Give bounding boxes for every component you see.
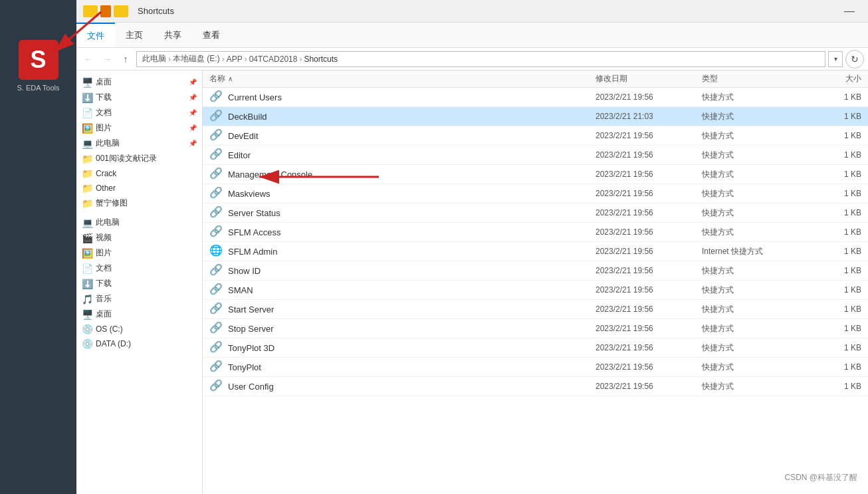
- sidebar-item-pic2[interactable]: 🖼️ 图片: [76, 245, 202, 261]
- file-row-stop-server[interactable]: 🔗 Stop Server 2023/2/21 19:56 快捷方式 1 KB: [203, 319, 868, 338]
- xiening-folder-icon: 📁: [82, 198, 93, 209]
- mgmt-console-icon: 🔗: [209, 167, 224, 182]
- explorer-window: Shortcuts — 文件 主页 共享 查看 ← → ↑ 此电脑 › 本地磁盘…: [76, 0, 868, 494]
- ribbon-tab-view[interactable]: 查看: [192, 23, 231, 47]
- sidebar-item-other[interactable]: 📁 Other: [76, 181, 202, 195]
- file-row-mgmt-console[interactable]: 🔗 Management Console 2023/2/21 19:56 快捷方…: [203, 165, 868, 184]
- show-id-icon: 🔗: [209, 263, 224, 278]
- file-row-devedit[interactable]: 🔗 DevEdit 2023/2/21 19:56 快捷方式 1 KB: [203, 126, 868, 146]
- col-header-date[interactable]: 修改日期: [596, 73, 702, 84]
- other-folder-icon: 📁: [82, 183, 93, 193]
- sidebar-item-download1[interactable]: ⬇️ 下载 📌: [76, 90, 202, 105]
- deckbuild-icon: 🔗: [209, 109, 224, 124]
- sidebar-item-desktop2[interactable]: 🖥️ 桌面: [76, 307, 202, 322]
- video-icon: 🎬: [82, 233, 93, 243]
- ribbon: 文件 主页 共享 查看: [76, 23, 868, 48]
- sidebar-item-datadrive[interactable]: 💿 DATA (D:): [76, 336, 202, 351]
- sidebar-item-folder001[interactable]: 📁 001阅读文献记录: [76, 151, 202, 166]
- ribbon-tab-home[interactable]: 主页: [115, 23, 154, 47]
- path-drive: 本地磁盘 (E:): [173, 53, 220, 64]
- path-computer: 此电脑: [142, 53, 166, 64]
- sidebar-item-download2[interactable]: ⬇️ 下载: [76, 276, 202, 291]
- tree-sidebar: 🖥️ 桌面 📌 ⬇️ 下载 📌 📄 文档 📌 🖼️ 图片 📌 💻: [76, 70, 203, 494]
- sidebar-item-mycomp2[interactable]: 💻 此电脑: [76, 215, 202, 230]
- file-list: 名称 ∧ 修改日期 类型 大小 🔗 Current Users 2023/2/2…: [203, 70, 868, 494]
- sidebar-item-xiening[interactable]: 📁 蟹宁修图: [76, 195, 202, 211]
- file-row-sflm-access[interactable]: 🔗 SFLM Access 2023/2/21 19:56 快捷方式 1 KB: [203, 223, 868, 242]
- col-header-size[interactable]: 大小: [808, 73, 861, 84]
- desktop-icon: 🖥️: [82, 77, 93, 88]
- file-row-current-users[interactable]: 🔗 Current Users 2023/2/21 19:56 快捷方式 1 K…: [203, 88, 868, 107]
- pic2-icon: 🖼️: [82, 248, 93, 259]
- folder001-icon: 📁: [82, 154, 93, 164]
- sidebar-item-crack[interactable]: 📁 Crack: [76, 166, 202, 181]
- maskviews-icon: 🔗: [209, 186, 224, 201]
- sidebar-item-desktop1[interactable]: 🖥️ 桌面 📌: [76, 74, 202, 90]
- download2-icon: ⬇️: [82, 279, 93, 289]
- file-row-start-server[interactable]: 🔗 Start Server 2023/2/21 19:56 快捷方式 1 KB: [203, 300, 868, 319]
- file-row-editor[interactable]: 🔗 Editor 2023/2/21 19:56 快捷方式 1 KB: [203, 146, 868, 165]
- up-button[interactable]: ↑: [118, 51, 134, 67]
- address-dropdown-button[interactable]: ▾: [828, 51, 843, 67]
- col-header-type[interactable]: 类型: [702, 73, 808, 84]
- doc-icon: 📄: [82, 108, 93, 118]
- content-area: 🖥️ 桌面 📌 ⬇️ 下载 📌 📄 文档 📌 🖼️ 图片 📌 💻: [76, 70, 868, 494]
- sidebar-item-video[interactable]: 🎬 视频: [76, 230, 202, 245]
- pic-icon: 🖼️: [82, 123, 93, 134]
- file-row-user-config[interactable]: 🔗 User Config 2023/2/21 19:56 快捷方式 1 KB: [203, 377, 868, 396]
- back-button[interactable]: ←: [80, 51, 96, 67]
- pin-icon: [100, 5, 111, 17]
- current-users-icon: 🔗: [209, 90, 224, 104]
- file-row-tonyplot[interactable]: 🔗 TonyPlot 2023/2/21 19:56 快捷方式 1 KB: [203, 358, 868, 377]
- refresh-button[interactable]: ↻: [845, 50, 864, 68]
- sidebar-item-doc2[interactable]: 📄 文档: [76, 261, 202, 276]
- path-tcad: 04TCAD2018: [249, 55, 298, 64]
- sidebar-item-music[interactable]: 🎵 音乐: [76, 291, 202, 307]
- start-server-icon: 🔗: [209, 302, 224, 316]
- sidebar-item-osdrive[interactable]: 💿 OS (C:): [76, 322, 202, 336]
- watermark: CSDN @科基没了醒: [784, 472, 857, 483]
- osdrive-icon: 💿: [82, 324, 93, 334]
- file-row-server-status[interactable]: 🔗 Server Status 2023/2/21 19:56 快捷方式 1 K…: [203, 203, 868, 223]
- address-bar: ← → ↑ 此电脑 › 本地磁盘 (E:) › APP › 04TCAD2018…: [76, 48, 868, 70]
- file-row-sman[interactable]: 🔗 SMAN 2023/2/21 19:56 快捷方式 1 KB: [203, 281, 868, 300]
- sidebar-item-mycomp1[interactable]: 💻 此电脑 📌: [76, 136, 202, 151]
- forward-button[interactable]: →: [99, 51, 115, 67]
- path-app: APP: [227, 55, 243, 64]
- sidebar-item-pic1[interactable]: 🖼️ 图片 📌: [76, 120, 202, 136]
- file-list-header: 名称 ∧ 修改日期 类型 大小: [203, 70, 868, 88]
- pc-icon: 💻: [82, 138, 93, 149]
- address-path[interactable]: 此电脑 › 本地磁盘 (E:) › APP › 04TCAD2018 › Sho…: [136, 51, 825, 67]
- sidebar-item-doc1[interactable]: 📄 文档 📌: [76, 105, 202, 120]
- path-shortcuts: Shortcuts: [304, 55, 338, 64]
- col-header-name[interactable]: 名称 ∧: [209, 73, 596, 84]
- user-config-icon: 🔗: [209, 379, 224, 394]
- pc2-icon: 💻: [82, 217, 93, 228]
- file-row-deckbuild[interactable]: 🔗 DeckBuild 2023/2/21 21:03 快捷方式 1 KB: [203, 107, 868, 126]
- server-status-icon: 🔗: [209, 205, 224, 220]
- download-icon: ⬇️: [82, 92, 93, 103]
- sflm-admin-icon: 🌐: [209, 244, 224, 259]
- datadrive-icon: 💿: [82, 338, 93, 349]
- ribbon-tab-share[interactable]: 共享: [154, 23, 192, 47]
- editor-icon: 🔗: [209, 148, 224, 162]
- minimize-button[interactable]: —: [837, 5, 861, 17]
- title-bar: Shortcuts —: [76, 0, 868, 23]
- file-row-maskviews[interactable]: 🔗 Maskviews 2023/2/21 19:56 快捷方式 1 KB: [203, 184, 868, 203]
- sflm-access-icon: 🔗: [209, 225, 224, 239]
- ribbon-tab-file[interactable]: 文件: [76, 23, 115, 47]
- title-icons: [83, 5, 128, 17]
- file-row-sflm-admin[interactable]: 🌐 SFLM Admin 2023/2/21 19:56 Internet 快捷…: [203, 242, 868, 261]
- app-label: S. EDA Tools: [17, 84, 60, 92]
- crack-folder-icon: 📁: [82, 168, 93, 179]
- sman-icon: 🔗: [209, 283, 224, 297]
- folder-icon: [83, 5, 98, 17]
- tonyplot-icon: 🔗: [209, 360, 224, 374]
- app-icon[interactable]: S: [19, 40, 58, 80]
- doc2-icon: 📄: [82, 263, 93, 274]
- app-sidebar: S S. EDA Tools: [0, 0, 76, 494]
- file-row-tonyplot3d[interactable]: 🔗 TonyPlot 3D 2023/2/21 19:56 快捷方式 1 KB: [203, 338, 868, 358]
- tonyplot3d-icon: 🔗: [209, 340, 224, 355]
- file-row-show-id[interactable]: 🔗 Show ID 2023/2/21 19:56 快捷方式 1 KB: [203, 261, 868, 281]
- window-title: Shortcuts: [138, 6, 837, 16]
